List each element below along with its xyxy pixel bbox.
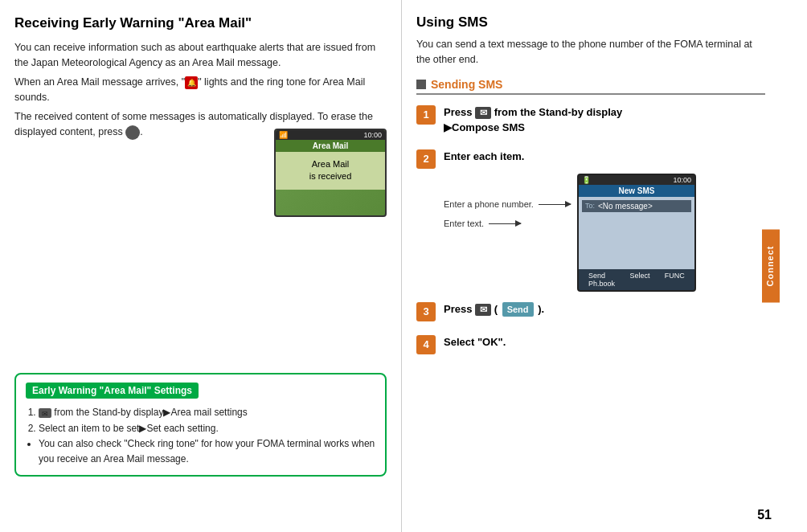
label-text-entry: Enter text. bbox=[444, 217, 571, 231]
step-1: 1 Press ✉ from the Stand-by display ▶Com… bbox=[416, 104, 765, 136]
step-1-prefix: Press bbox=[444, 106, 472, 118]
step-3-num: 3 bbox=[416, 302, 436, 321]
step-1-suffix: from the Stand-by display bbox=[494, 106, 623, 118]
step-1-content: Press ✉ from the Stand-by display ▶Compo… bbox=[444, 104, 765, 136]
right-panel: Using SMS You can send a text message to… bbox=[402, 0, 780, 532]
phone-screenshot-right: 🔋 10:00 New SMS To: <No message> SendPh.… bbox=[577, 174, 696, 292]
mail-icon-small: ✉ bbox=[39, 408, 51, 418]
phone-body-left: Area Mailis received bbox=[276, 152, 385, 190]
step-2-num: 2 bbox=[416, 149, 436, 169]
warning-steps: ✉ from the Stand-by display▶Area mail se… bbox=[26, 405, 375, 436]
step-2-text: Enter each item. bbox=[444, 150, 524, 162]
left-para2-prefix: When an Area Mail message arrives, " bbox=[14, 76, 185, 88]
step-2: 2 Enter each item. bbox=[416, 149, 765, 169]
warning-bullet-1: You can also check "Check ring tone" for… bbox=[39, 436, 375, 467]
phone-title-left: Area Mail bbox=[276, 140, 385, 152]
step-4-num: 4 bbox=[416, 335, 436, 354]
left-para1: You can receive information such as abou… bbox=[14, 40, 387, 72]
psr-to-row: To: <No message> bbox=[582, 200, 691, 212]
mail-icon-step3: ✉ bbox=[475, 304, 491, 316]
arrow-line-phone bbox=[539, 204, 571, 205]
warning-step-1: ✉ from the Stand-by display▶Area mail se… bbox=[39, 405, 375, 420]
send-open-paren: ( bbox=[494, 303, 498, 315]
warning-step-2-text: Select an item to be set▶Set each settin… bbox=[39, 423, 219, 434]
left-panel: Receiving Early Warning "Area Mail" You … bbox=[0, 0, 402, 532]
connect-tab: Connect bbox=[762, 230, 780, 303]
step-3-suffix: ). bbox=[538, 303, 544, 315]
warning-step-2: Select an item to be set▶Set each settin… bbox=[39, 421, 375, 436]
warning-step-1-text: from the Stand-by display▶Area mail sett… bbox=[54, 407, 247, 418]
phone-screenshot-left: 📶 10:00 Area Mail Area Mailis received bbox=[274, 129, 387, 217]
psr-title: New SMS bbox=[579, 185, 694, 197]
step-4: 4 Select "OK". bbox=[416, 334, 765, 354]
left-para2: When an Area Mail message arrives, "🔔" l… bbox=[14, 75, 387, 106]
arrow-line-text bbox=[489, 223, 521, 224]
phone-time-left: 10:00 bbox=[363, 131, 382, 139]
psr-body: To: <No message> bbox=[579, 197, 694, 269]
right-intro: You can send a text message to the phone… bbox=[416, 37, 765, 68]
signal-icon: 🔔 bbox=[185, 76, 198, 89]
psr-time: 10:00 bbox=[673, 176, 691, 184]
psr-to-label: To: bbox=[585, 202, 595, 211]
warning-box-title: Early Warning "Area Mail" Settings bbox=[26, 383, 199, 399]
connect-label: Connect bbox=[765, 246, 775, 287]
step-4-content: Select "OK". bbox=[444, 334, 765, 350]
warning-bullets: You can also check "Check ring tone" for… bbox=[26, 436, 375, 467]
step-1-sub: ▶Compose SMS bbox=[444, 120, 765, 136]
phone-status-bar-left: 📶 10:00 bbox=[276, 130, 385, 140]
phone-signal-left: 📶 bbox=[279, 131, 288, 139]
psr-to-value: <No message> bbox=[598, 202, 653, 211]
step-3-content: Press ✉ ( Send ). bbox=[444, 301, 765, 317]
label-phone-text: Enter a phone number. bbox=[444, 198, 534, 211]
section-header: Sending SMS bbox=[416, 78, 765, 95]
psr-select-btn: Select bbox=[629, 272, 649, 288]
phone-body-text-left: Area Mailis received bbox=[309, 159, 352, 181]
step-4-text: Select "OK". bbox=[444, 336, 506, 348]
section-title: Sending SMS bbox=[431, 78, 502, 91]
psr-message-area bbox=[582, 214, 691, 262]
step-2-content: Enter each item. bbox=[444, 149, 765, 165]
send-badge: Send bbox=[502, 302, 534, 317]
step-1-num: 1 bbox=[416, 105, 436, 125]
section-square-icon bbox=[416, 80, 426, 89]
clear-button-icon bbox=[125, 125, 140, 140]
label-text-text: Enter text. bbox=[444, 217, 484, 231]
right-title: Using SMS bbox=[416, 14, 765, 31]
warning-box: Early Warning "Area Mail" Settings ✉ fro… bbox=[14, 373, 387, 477]
psr-signal: 🔋 bbox=[582, 176, 591, 184]
phone-labels: Enter a phone number. Enter text. bbox=[444, 174, 571, 237]
psr-send-btn: SendPh.book bbox=[588, 272, 615, 288]
psr-func-btn: FUNC bbox=[665, 272, 685, 288]
step-3-prefix: Press bbox=[444, 303, 472, 315]
mail-icon-step1: ✉ bbox=[475, 107, 491, 119]
left-title: Receiving Early Warning "Area Mail" bbox=[14, 14, 387, 32]
step-3: 3 Press ✉ ( Send ). bbox=[416, 301, 765, 321]
label-phone-number: Enter a phone number. bbox=[444, 198, 571, 211]
psr-footer: SendPh.book Select FUNC bbox=[579, 269, 694, 290]
phone-wrap: Enter a phone number. Enter text. 🔋 10:0… bbox=[444, 174, 765, 292]
page-number: 51 bbox=[757, 508, 772, 522]
psr-status-bar: 🔋 10:00 bbox=[579, 175, 694, 185]
